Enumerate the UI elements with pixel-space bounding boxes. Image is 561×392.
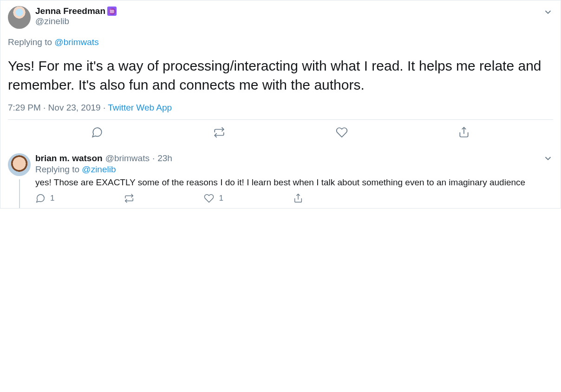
- reply-icon: [91, 126, 103, 138]
- reply-time[interactable]: 23h: [157, 153, 172, 163]
- replying-to: Replying to @zinelib: [35, 164, 553, 175]
- more-caret-icon[interactable]: [543, 7, 553, 19]
- share-icon: [458, 126, 470, 138]
- retweet-icon: [124, 193, 134, 203]
- replying-to-link[interactable]: @zinelib: [82, 164, 116, 174]
- replying-to-label: Replying to: [8, 37, 54, 47]
- heart-icon: [204, 193, 214, 203]
- reply-left-col: [8, 153, 35, 203]
- reply-body: brian m. watson @brimwats · 23h Replying…: [35, 153, 553, 203]
- tweet-text: Yes! For me it's a way of processing/int…: [8, 57, 553, 94]
- reply-button[interactable]: [91, 126, 103, 138]
- retweet-button[interactable]: [124, 193, 134, 203]
- reply-button[interactable]: 1: [35, 193, 54, 203]
- handle[interactable]: @brimwats: [105, 153, 150, 163]
- reply-header: brian m. watson @brimwats · 23h: [35, 153, 553, 163]
- tweet-date: Nov 23, 2019: [48, 103, 101, 112]
- dot-sep: ·: [101, 103, 108, 112]
- tweet-meta: 7:29 PM · Nov 23, 2019 · Twitter Web App: [8, 103, 553, 113]
- like-button[interactable]: [336, 126, 348, 138]
- share-icon: [293, 193, 303, 203]
- reply-action-bar: 1 1: [35, 193, 553, 203]
- replying-to-label: Replying to: [35, 164, 82, 174]
- retweet-button[interactable]: [213, 126, 225, 138]
- avatar[interactable]: [8, 6, 31, 29]
- avatar[interactable]: [8, 153, 31, 176]
- display-name[interactable]: brian m. watson: [35, 153, 103, 163]
- heart-icon: [336, 126, 348, 138]
- replying-to: Replying to @brimwats: [8, 37, 553, 47]
- tweet-header: Jenna Freedman ♒ @zinelib: [8, 6, 553, 29]
- dot-sep: ·: [152, 153, 155, 163]
- dot-sep: ·: [41, 103, 48, 112]
- tweet-time: 7:29 PM: [8, 103, 41, 112]
- tweet-source-link[interactable]: Twitter Web App: [108, 103, 172, 112]
- like-count: 1: [219, 194, 223, 203]
- action-bar: [8, 120, 553, 145]
- reply-icon: [35, 193, 46, 203]
- aquarius-emoji: ♒: [107, 7, 117, 16]
- display-name: Jenna Freedman: [35, 6, 105, 16]
- handle: @zinelib: [35, 16, 117, 26]
- share-button[interactable]: [293, 193, 303, 203]
- more-caret-icon[interactable]: [543, 153, 553, 165]
- replying-to-link[interactable]: @brimwats: [54, 37, 98, 47]
- author-block[interactable]: Jenna Freedman ♒ @zinelib: [35, 6, 117, 26]
- like-button[interactable]: 1: [204, 193, 223, 203]
- main-tweet: Jenna Freedman ♒ @zinelib Replying to @b…: [0, 0, 561, 147]
- reply-tweet[interactable]: brian m. watson @brimwats · 23h Replying…: [0, 147, 561, 209]
- retweet-icon: [213, 126, 225, 138]
- thread-line: [19, 179, 20, 208]
- reply-count: 1: [50, 194, 54, 203]
- share-button[interactable]: [458, 126, 470, 138]
- reply-text: yes! Those are EXACTLY some of the reaso…: [35, 176, 553, 189]
